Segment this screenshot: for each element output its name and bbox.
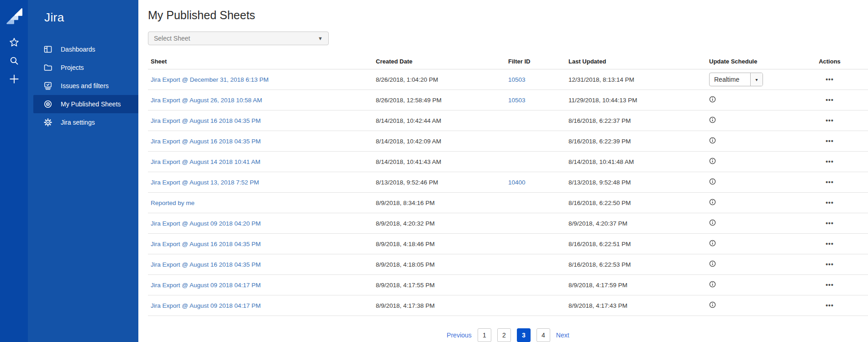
last-updated: 8/16/2018, 6:22:37 PM	[566, 110, 706, 131]
table-row: Jira Export @ August 13, 2018 7:52 PM8/1…	[148, 172, 868, 193]
row-actions-button[interactable]: •••	[826, 221, 834, 226]
sheet-link[interactable]: Jira Export @ August 16 2018 04:35 PM	[151, 261, 261, 268]
last-updated: 8/9/2018, 4:17:59 PM	[566, 275, 706, 295]
schedule-info-icon[interactable]	[709, 158, 716, 164]
search-icon[interactable]	[8, 55, 20, 67]
created-date: 8/9/2018, 4:18:05 PM	[373, 254, 505, 275]
pagination-page-3[interactable]: 3	[517, 328, 531, 342]
created-date: 8/9/2018, 4:17:38 PM	[373, 295, 505, 316]
sidebar-item-jira-settings[interactable]: Jira settings	[28, 113, 138, 132]
star-icon[interactable]	[8, 37, 20, 48]
filter-id-link[interactable]: 10503	[508, 97, 526, 104]
published-sheets-icon	[43, 100, 53, 109]
table-row: Jira Export @ August 16 2018 04:35 PM8/9…	[148, 234, 868, 254]
row-actions-button[interactable]: •••	[826, 180, 834, 184]
sheet-select-placeholder: Select Sheet	[154, 35, 190, 42]
schedule-info-icon[interactable]	[709, 199, 716, 205]
sheet-link[interactable]: Jira Export @ August 16 2018 04:35 PM	[151, 241, 261, 247]
schedule-info-icon[interactable]	[709, 219, 716, 226]
row-actions-button[interactable]: •••	[826, 77, 834, 82]
row-actions-button[interactable]: •••	[826, 98, 834, 102]
table-row: Jira Export @ August 09 2018 04:20 PM8/9…	[148, 213, 868, 234]
sheet-link[interactable]: Jira Export @ August 14 2018 10:41 AM	[151, 158, 260, 165]
table-row: Jira Export @ August 26, 2018 10:58 AM8/…	[148, 90, 868, 110]
sheet-select[interactable]: Select Sheet ▼	[148, 32, 329, 45]
projects-folder-icon	[43, 63, 53, 72]
schedule-info-icon[interactable]	[709, 301, 716, 308]
sidebar-item-label: Jira settings	[61, 119, 95, 126]
created-date: 8/26/2018, 1:04:20 PM	[373, 69, 505, 90]
created-date: 8/9/2018, 4:20:32 PM	[373, 213, 505, 234]
table-row: Reported by me8/9/2018, 8:34:16 PM8/16/2…	[148, 193, 868, 213]
pagination-previous-link[interactable]: Previous	[447, 331, 471, 339]
created-date: 8/9/2018, 4:17:55 PM	[373, 275, 505, 295]
pagination-next-link[interactable]: Next	[556, 331, 569, 339]
pagination-page-2[interactable]: 2	[497, 328, 511, 342]
last-updated: 12/31/2018, 8:13:14 PM	[566, 69, 706, 90]
jira-logo-icon[interactable]	[6, 8, 22, 25]
row-actions-button[interactable]: •••	[826, 139, 834, 143]
gear-icon	[43, 118, 53, 127]
created-date: 8/26/2018, 12:58:49 PM	[373, 90, 505, 110]
schedule-info-icon[interactable]	[709, 96, 716, 103]
table-row: Jira Export @ August 09 2018 04:17 PM8/9…	[148, 295, 868, 316]
sheet-link[interactable]: Jira Export @ August 09 2018 04:20 PM	[151, 220, 261, 227]
last-updated: 8/16/2018, 6:22:53 PM	[566, 254, 706, 275]
sheet-link[interactable]: Jira Export @ August 09 2018 04:17 PM	[151, 302, 261, 309]
row-actions-button[interactable]: •••	[826, 200, 834, 205]
sidebar: Jira DashboardsProjectsIssues and filter…	[28, 0, 138, 342]
app-navigation-strip	[0, 0, 28, 342]
column-header-update-schedule: Update Schedule	[706, 58, 816, 69]
page-title: My Published Sheets	[148, 8, 868, 22]
table-row: Jira Export @ December 31, 2018 6:13 PM8…	[148, 69, 868, 90]
sidebar-nav: DashboardsProjectsIssues and filtersMy P…	[28, 40, 138, 132]
row-actions-button[interactable]: •••	[826, 303, 834, 308]
filter-id-link[interactable]: 10400	[508, 179, 526, 186]
filter-id-link[interactable]: 10503	[508, 76, 526, 83]
schedule-info-icon[interactable]	[709, 137, 716, 144]
row-actions-button[interactable]: •••	[826, 262, 834, 267]
sidebar-brand: Jira	[28, 10, 138, 25]
create-plus-icon[interactable]	[8, 73, 20, 85]
row-actions-button[interactable]: •••	[826, 242, 834, 246]
column-header-actions: Actions	[816, 58, 868, 69]
schedule-info-icon[interactable]	[709, 240, 716, 247]
schedule-info-icon[interactable]	[709, 116, 716, 123]
sheet-link[interactable]: Jira Export @ August 26, 2018 10:58 AM	[151, 97, 262, 104]
column-header-created-date: Created Date	[373, 58, 505, 69]
sidebar-item-projects[interactable]: Projects	[28, 58, 138, 77]
sidebar-item-label: Dashboards	[61, 46, 95, 53]
created-date: 8/14/2018, 10:41:43 AM	[373, 152, 505, 172]
sidebar-item-label: Projects	[61, 64, 84, 71]
table-row: Jira Export @ August 14 2018 10:41 AM8/1…	[148, 152, 868, 172]
sheet-link[interactable]: Jira Export @ August 16 2018 04:35 PM	[151, 117, 261, 124]
pagination-page-1[interactable]: 1	[478, 328, 491, 342]
column-header-filter-id: Filter ID	[505, 58, 566, 69]
created-date: 8/13/2018, 9:52:46 PM	[373, 172, 505, 193]
created-date: 8/14/2018, 10:42:44 AM	[373, 110, 505, 131]
last-updated: 8/13/2018, 9:52:48 PM	[566, 172, 706, 193]
row-actions-button[interactable]: •••	[826, 118, 834, 123]
last-updated: 8/9/2018, 4:17:43 PM	[566, 295, 706, 316]
sheet-link[interactable]: Jira Export @ December 31, 2018 6:13 PM	[151, 76, 268, 83]
update-schedule-value: Realtime	[710, 73, 750, 86]
schedule-info-icon[interactable]	[709, 178, 716, 185]
row-actions-button[interactable]: •••	[826, 159, 834, 164]
sheet-link[interactable]: Jira Export @ August 16 2018 04:35 PM	[151, 138, 261, 145]
published-sheets-table: Sheet Created Date Filter ID Last Update…	[148, 58, 868, 316]
update-schedule-select[interactable]: Realtime▾	[709, 73, 763, 86]
last-updated: 8/16/2018, 6:22:51 PM	[566, 234, 706, 254]
schedule-info-icon[interactable]	[709, 281, 716, 288]
row-actions-button[interactable]: •••	[826, 283, 834, 287]
sheet-link[interactable]: Jira Export @ August 09 2018 04:17 PM	[151, 282, 261, 289]
pagination-page-4[interactable]: 4	[537, 328, 550, 342]
sidebar-item-my-published-sheets[interactable]: My Published Sheets	[33, 95, 138, 113]
sidebar-item-issues-and-filters[interactable]: Issues and filters	[28, 77, 138, 95]
chevron-down-icon: ▼	[318, 36, 323, 41]
sheet-link[interactable]: Jira Export @ August 13, 2018 7:52 PM	[151, 179, 259, 186]
schedule-info-icon[interactable]	[709, 260, 716, 267]
sidebar-item-dashboards[interactable]: Dashboards	[28, 40, 138, 58]
last-updated: 8/16/2018, 6:22:39 PM	[566, 131, 706, 152]
sheet-link[interactable]: Reported by me	[151, 200, 195, 206]
column-header-sheet: Sheet	[148, 58, 373, 69]
